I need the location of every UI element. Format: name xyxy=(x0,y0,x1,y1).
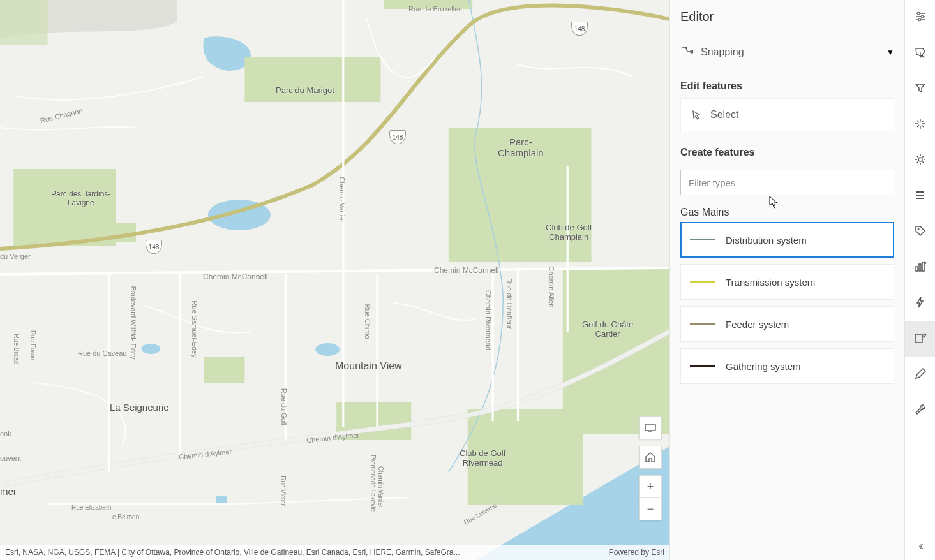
lightning-icon xyxy=(914,296,927,311)
plus-icon: + xyxy=(647,480,654,494)
template-label: Gathering system xyxy=(726,361,801,372)
gear-icon xyxy=(914,153,927,168)
svg-rect-15 xyxy=(204,357,244,383)
template-label: Feeder system xyxy=(726,319,789,330)
create-features-heading: Create features xyxy=(670,136,904,165)
pen-icon xyxy=(914,367,927,383)
template-label: Transmission system xyxy=(726,277,815,288)
home-icon xyxy=(645,452,656,463)
svg-point-2 xyxy=(315,343,340,356)
template-group-title: Gas Mains xyxy=(670,200,904,222)
map-controls: + − xyxy=(639,416,662,520)
svg-rect-29 xyxy=(915,334,922,343)
editor-panel: Editor Snapping ▼ Edit features Select C… xyxy=(669,0,904,560)
app-root: Rue de BruxellesParc du MarigotRue Chagn… xyxy=(0,0,935,560)
edit-pencil-icon xyxy=(914,332,927,347)
tool-rail: ‹‹ xyxy=(904,0,935,560)
rail-tag-button[interactable] xyxy=(905,214,935,250)
svg-point-21 xyxy=(921,15,924,18)
svg-point-3 xyxy=(142,344,161,354)
snapping-icon xyxy=(680,46,693,59)
template-item[interactable]: Distribution system xyxy=(680,222,894,258)
svg-point-22 xyxy=(918,18,921,21)
svg-rect-6 xyxy=(384,0,472,9)
rail-pen-button[interactable] xyxy=(905,357,935,393)
template-label: Distribution system xyxy=(726,235,807,246)
filter-icon xyxy=(914,82,927,97)
select-polygon-icon xyxy=(914,46,927,61)
svg-rect-8 xyxy=(244,57,380,102)
edit-features-heading: Edit features xyxy=(670,70,904,98)
rail-list-button[interactable] xyxy=(905,179,935,214)
map-viewport[interactable]: Rue de BruxellesParc du MarigotRue Chagn… xyxy=(0,0,669,560)
svg-point-19 xyxy=(685,47,687,48)
tag-icon xyxy=(914,225,927,240)
wrench-icon xyxy=(914,403,927,418)
panel-title: Editor xyxy=(670,0,904,34)
sparkle-icon xyxy=(914,117,927,133)
rail-select-polygon-button[interactable] xyxy=(905,36,935,71)
snapping-toggle[interactable]: Snapping ▼ xyxy=(670,34,904,70)
snapping-label: Snapping xyxy=(701,47,744,58)
svg-rect-16 xyxy=(645,424,655,431)
rail-lightning-button[interactable] xyxy=(905,286,935,321)
map-attribution: Esri, NASA, NGA, USGS, FEMA | City of Ot… xyxy=(0,545,669,560)
zoom-group: + − xyxy=(639,475,662,520)
select-label: Select xyxy=(710,109,738,121)
attribution-text: Esri, NASA, NGA, USGS, FEMA | City of Ot… xyxy=(5,548,460,557)
line-swatch-icon xyxy=(690,323,715,325)
chevron-down-icon: ▼ xyxy=(886,48,894,57)
powered-by: Powered by Esri xyxy=(609,548,664,557)
rail-filter-button[interactable] xyxy=(905,71,935,107)
rail-gear-button[interactable] xyxy=(905,143,935,179)
svg-point-20 xyxy=(917,12,920,15)
cursor-icon xyxy=(691,110,701,120)
collapse-rail-button[interactable]: ‹‹ xyxy=(905,531,935,560)
template-item[interactable]: Feeder system xyxy=(680,306,894,342)
select-tool-button[interactable]: Select xyxy=(680,98,894,131)
monitor-icon xyxy=(645,424,656,432)
settings-sliders-icon xyxy=(914,10,927,26)
zoom-out-button[interactable]: − xyxy=(639,497,662,520)
zoom-in-button[interactable]: + xyxy=(639,475,662,498)
rail-settings-sliders-button[interactable] xyxy=(905,0,935,36)
template-item[interactable]: Transmission system xyxy=(680,264,894,300)
chevron-double-left-icon: ‹‹ xyxy=(918,540,922,552)
svg-rect-7 xyxy=(0,0,48,45)
svg-rect-25 xyxy=(916,267,918,271)
line-swatch-icon xyxy=(690,239,715,240)
svg-rect-4 xyxy=(216,496,227,504)
minus-icon: − xyxy=(647,503,654,516)
template-item[interactable]: Gathering system xyxy=(680,348,894,384)
map-canvas xyxy=(0,0,669,560)
home-extent-button[interactable] xyxy=(639,446,662,469)
line-swatch-icon xyxy=(690,365,715,367)
rail-chart-bars-button[interactable] xyxy=(905,250,935,286)
filter-types-input[interactable] xyxy=(680,170,894,195)
rail-sparkle-button[interactable] xyxy=(905,107,935,143)
line-swatch-icon xyxy=(690,281,715,283)
svg-rect-26 xyxy=(919,264,921,271)
svg-rect-11 xyxy=(449,128,592,262)
fullscreen-button[interactable] xyxy=(639,416,662,439)
svg-point-23 xyxy=(918,158,922,161)
rail-wrench-button[interactable] xyxy=(905,393,935,429)
svg-point-24 xyxy=(918,228,920,230)
svg-rect-13 xyxy=(563,268,669,434)
template-list: Distribution systemTransmission systemFe… xyxy=(670,222,904,384)
rail-edit-pencil-button[interactable] xyxy=(905,321,935,357)
chart-bars-icon xyxy=(914,260,927,276)
list-icon xyxy=(914,189,927,204)
